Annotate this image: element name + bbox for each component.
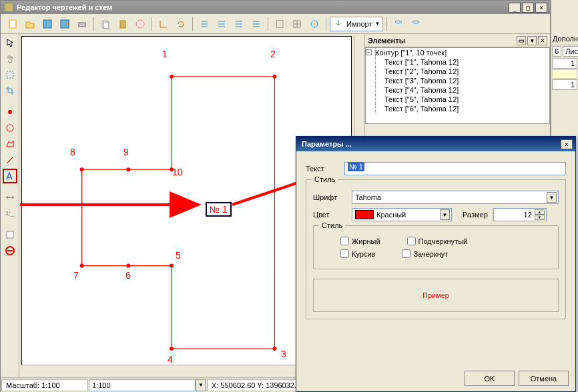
point-label: 9: [123, 147, 129, 157]
font-combo[interactable]: Tahoma ▼: [352, 191, 559, 204]
main-titlebar[interactable]: Редактор чертежей и схем _ □ ×: [1, 1, 550, 14]
text-label: Текст: [306, 165, 339, 173]
save-icon[interactable]: [39, 16, 55, 32]
elements-tree[interactable]: − Контур ["1", 10 точек] Текст ["1", Tah…: [365, 47, 550, 124]
crop-tool[interactable]: [3, 83, 17, 98]
hand-tool[interactable]: [3, 51, 17, 66]
svg-rect-14: [7, 71, 13, 78]
tree-item[interactable]: Текст ["5", Tahoma 12]: [366, 95, 549, 104]
svg-point-25: [80, 264, 84, 268]
chevron-up-icon[interactable]: ▲: [535, 209, 545, 215]
point-label: 7: [73, 270, 79, 281]
scale-tool[interactable]: 1:_: [3, 206, 17, 221]
text-tool[interactable]: [3, 169, 17, 183]
font-style-group: Стиль Жирный Подчеркнутый Курсив Зачеркн…: [313, 225, 559, 269]
svg-point-16: [7, 125, 13, 131]
point-label: 8: [70, 147, 75, 157]
grid1-icon[interactable]: [272, 16, 288, 32]
svg-rect-4: [79, 23, 85, 27]
save-as-icon[interactable]: [57, 16, 73, 32]
line-tool[interactable]: [3, 153, 17, 167]
new-icon[interactable]: [5, 16, 21, 32]
point-tool[interactable]: [3, 105, 17, 119]
rotate-icon[interactable]: [173, 16, 189, 32]
paste-icon[interactable]: [115, 16, 131, 32]
svg-rect-9: [276, 21, 283, 27]
bold-checkbox[interactable]: Жирный: [340, 237, 380, 245]
point-label: 2: [270, 49, 276, 59]
size-spinner[interactable]: 12 ▲ ▼: [493, 208, 547, 221]
panel-dock-icon[interactable]: ▭: [517, 36, 526, 45]
strip-cell[interactable]: 1: [552, 79, 577, 90]
scale-dropdown-icon[interactable]: ▼: [196, 379, 206, 391]
list-icon[interactable]: [196, 16, 212, 32]
point-label: 10: [172, 167, 183, 177]
copy-icon[interactable]: [97, 16, 113, 32]
text-input[interactable]: № 1: [344, 162, 566, 175]
tree-item[interactable]: Текст ["2", Tahoma 12]: [366, 67, 549, 76]
minimize-button[interactable]: _: [509, 3, 521, 13]
tree-root[interactable]: − Контур ["1", 10 точек]: [366, 48, 549, 57]
underline-checkbox[interactable]: Подчеркнутый: [407, 237, 468, 245]
measure-tool[interactable]: [3, 190, 17, 205]
panel-title: Элементы: [368, 37, 405, 45]
scale-input[interactable]: [89, 379, 196, 391]
tree-item[interactable]: Текст ["4", Tahoma 12]: [366, 85, 549, 95]
text-annotation[interactable]: № 1: [206, 202, 232, 217]
snap-icon[interactable]: [306, 16, 322, 32]
db1-icon[interactable]: [390, 16, 406, 32]
svg-point-21: [272, 347, 276, 351]
cancel-button[interactable]: Отмена: [519, 371, 569, 386]
strip-cell[interactable]: 1: [552, 58, 577, 69]
tree-item[interactable]: Текст ["1", Tahoma 12]: [366, 57, 549, 67]
open-icon[interactable]: [22, 16, 38, 32]
svg-point-15: [8, 110, 12, 114]
strike-checkbox[interactable]: Зачеркнут: [402, 249, 448, 258]
chevron-down-icon[interactable]: ▼: [535, 215, 545, 220]
color-label: Цвет: [313, 211, 346, 219]
delete-tool[interactable]: [3, 243, 17, 258]
ok-button[interactable]: OK: [465, 371, 515, 386]
svg-rect-1: [9, 20, 16, 28]
close-button[interactable]: ×: [535, 3, 547, 13]
dialog-titlebar[interactable]: Параметры ... ×: [296, 137, 575, 151]
strip-col[interactable]: 6: [552, 46, 561, 57]
db2-icon[interactable]: [408, 16, 424, 32]
maximize-button[interactable]: □: [522, 3, 534, 13]
print-icon[interactable]: [74, 16, 90, 32]
parameters-dialog: Параметры ... × Текст № 1 Стиль Шрифт Ta…: [296, 136, 576, 392]
circle-tool[interactable]: [3, 121, 17, 135]
expand-icon[interactable]: −: [366, 49, 372, 55]
color-swatch: [355, 210, 374, 219]
style-group: Стиль Шрифт Tahoma ▼ Цвет Красный ▼ Разм…: [306, 179, 566, 319]
pointer-tool[interactable]: [3, 35, 17, 50]
select-tool[interactable]: [3, 67, 17, 82]
palette-icon[interactable]: [132, 16, 148, 32]
tree-item[interactable]: Текст ["3", Tahoma 12]: [366, 76, 549, 85]
italic-checkbox[interactable]: Курсив: [340, 249, 375, 258]
main-toolbar: Импорт ▼: [1, 14, 550, 34]
list2-icon[interactable]: [214, 16, 230, 32]
point-label: 4: [168, 354, 173, 365]
list4-icon[interactable]: [248, 16, 264, 32]
chevron-down-icon: ▼: [547, 192, 557, 203]
size-label: Размер: [463, 211, 488, 219]
panel-close-icon[interactable]: ×: [538, 36, 547, 45]
dialog-close-button[interactable]: ×: [561, 139, 573, 149]
polygon-tool[interactable]: [3, 137, 17, 151]
import-dropdown[interactable]: Импорт ▼: [330, 17, 383, 31]
app-icon: [3, 2, 14, 13]
svg-point-20: [272, 75, 276, 79]
svg-point-26: [80, 167, 84, 171]
tree-item[interactable]: Текст ["6", Tahoma 12]: [366, 104, 549, 113]
strip-col[interactable]: Лис: [563, 46, 578, 57]
list3-icon[interactable]: [231, 16, 247, 32]
panel-pin-icon[interactable]: ▾: [527, 36, 537, 45]
dialog-title: Параметры ...: [299, 140, 559, 148]
axes-icon[interactable]: [156, 16, 172, 32]
grid2-icon[interactable]: [289, 16, 305, 32]
svg-rect-17: [7, 231, 13, 238]
layer-tool[interactable]: [3, 227, 17, 242]
svg-rect-0: [5, 3, 13, 11]
color-combo[interactable]: Красный ▼: [352, 208, 452, 221]
